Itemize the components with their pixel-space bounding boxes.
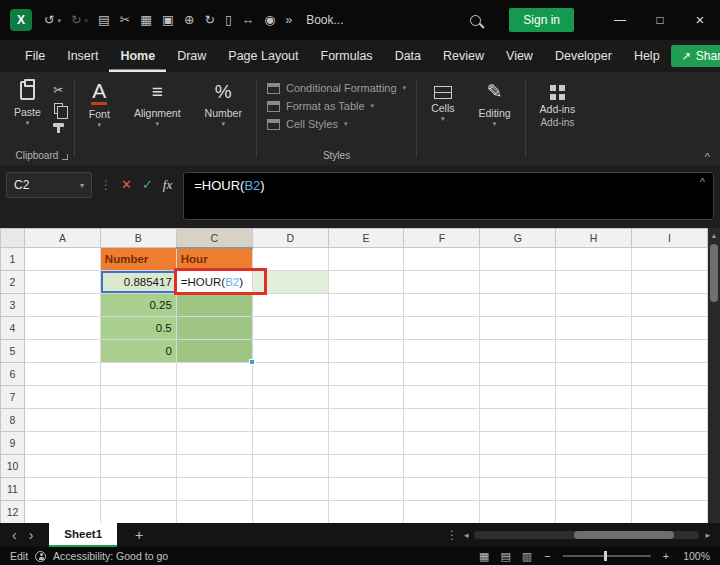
cell-h9[interactable] xyxy=(556,432,632,455)
copy-icon[interactable] xyxy=(54,103,63,114)
row-header-1[interactable]: 1 xyxy=(1,248,25,271)
row-header-9[interactable]: 9 xyxy=(1,432,25,455)
cells-button[interactable]: Cells ▾ xyxy=(419,72,466,123)
cell-a8[interactable] xyxy=(24,409,100,432)
cell-c10[interactable] xyxy=(176,455,252,478)
cell-e7[interactable] xyxy=(328,386,404,409)
cell-e11[interactable] xyxy=(328,478,404,501)
cell-f1[interactable] xyxy=(404,248,480,271)
cell-d9[interactable] xyxy=(252,432,328,455)
formula-input[interactable]: =HOUR(B2) ^ xyxy=(183,172,714,220)
cancel-icon[interactable]: ✕ xyxy=(121,172,132,198)
cell-a7[interactable] xyxy=(24,386,100,409)
cell-b6[interactable] xyxy=(100,363,176,386)
cell-c3[interactable] xyxy=(176,294,252,317)
tab-page-layout[interactable]: Page Layout xyxy=(217,40,309,72)
collapse-ribbon-icon[interactable]: ^ xyxy=(705,151,710,163)
cell-e3[interactable] xyxy=(328,294,404,317)
column-header-d[interactable]: D xyxy=(252,229,328,248)
sheet-nav-right-icon[interactable]: › xyxy=(29,523,34,547)
cell-a12[interactable] xyxy=(24,501,100,524)
tab-review[interactable]: Review xyxy=(432,40,495,72)
tab-home[interactable]: Home xyxy=(109,40,166,72)
repeat-icon[interactable]: ↻ xyxy=(204,14,214,27)
document-icon[interactable]: ▯ xyxy=(225,14,232,27)
tab-file[interactable]: File xyxy=(14,40,56,72)
cell-g4[interactable] xyxy=(480,317,556,340)
conditional-formatting-button[interactable]: Conditional Formatting ▾ xyxy=(267,82,406,94)
cell-g7[interactable] xyxy=(480,386,556,409)
document-title[interactable]: Book... xyxy=(306,13,343,27)
row-header-12[interactable]: 12 xyxy=(1,501,25,524)
cell-i6[interactable] xyxy=(632,363,708,386)
row-header-10[interactable]: 10 xyxy=(1,455,25,478)
cell-g5[interactable] xyxy=(480,340,556,363)
cell-h6[interactable] xyxy=(556,363,632,386)
insert-function-icon[interactable]: fx xyxy=(163,172,172,198)
cell-i7[interactable] xyxy=(632,386,708,409)
cell-i5[interactable] xyxy=(632,340,708,363)
column-header-c[interactable]: C xyxy=(176,229,252,248)
cell-h3[interactable] xyxy=(556,294,632,317)
row-header-11[interactable]: 11 xyxy=(1,478,25,501)
cell-i3[interactable] xyxy=(632,294,708,317)
cell-e8[interactable] xyxy=(328,409,404,432)
cell-c11[interactable] xyxy=(176,478,252,501)
book-view-icon[interactable]: ▤ xyxy=(98,14,110,27)
cell-g6[interactable] xyxy=(480,363,556,386)
sheet-options-icon[interactable]: ⋮ xyxy=(446,528,458,542)
cell-b5[interactable]: 0 xyxy=(100,340,176,363)
cell-i9[interactable] xyxy=(632,432,708,455)
cell-e2[interactable] xyxy=(328,271,404,294)
cell-h8[interactable] xyxy=(556,409,632,432)
cell-a11[interactable] xyxy=(24,478,100,501)
fit-width-icon[interactable]: ↔ xyxy=(242,14,255,27)
enter-icon[interactable]: ✓ xyxy=(142,172,153,198)
cell-h4[interactable] xyxy=(556,317,632,340)
cell-d6[interactable] xyxy=(252,363,328,386)
cell-b8[interactable] xyxy=(100,409,176,432)
cell-g9[interactable] xyxy=(480,432,556,455)
formula-bar-menu-icon[interactable]: ⋮ xyxy=(100,172,112,198)
cell-c6[interactable] xyxy=(176,363,252,386)
redo-dropdown-icon[interactable]: ▾ xyxy=(84,17,88,24)
cell-d3[interactable] xyxy=(252,294,328,317)
cell-d12[interactable] xyxy=(252,501,328,524)
cell-f11[interactable] xyxy=(404,478,480,501)
column-header-f[interactable]: F xyxy=(404,229,480,248)
tab-developer[interactable]: Developer xyxy=(544,40,623,72)
cell-f8[interactable] xyxy=(404,409,480,432)
cell-g10[interactable] xyxy=(480,455,556,478)
column-header-e[interactable]: E xyxy=(328,229,404,248)
cell-h12[interactable] xyxy=(556,501,632,524)
cell-f10[interactable] xyxy=(404,455,480,478)
cell-a2[interactable] xyxy=(24,271,100,294)
cell-e10[interactable] xyxy=(328,455,404,478)
cell-d11[interactable] xyxy=(252,478,328,501)
cell-i12[interactable] xyxy=(632,501,708,524)
cell-g12[interactable] xyxy=(480,501,556,524)
zoom-slider[interactable] xyxy=(563,555,651,557)
page-layout-view-icon[interactable]: ▤ xyxy=(500,550,510,563)
close-button[interactable]: × xyxy=(680,0,720,40)
cell-e9[interactable] xyxy=(328,432,404,455)
cell-a10[interactable] xyxy=(24,455,100,478)
normal-view-icon[interactable]: ▦ xyxy=(479,550,489,563)
cell-i10[interactable] xyxy=(632,455,708,478)
draw-icon[interactable]: ⊕ xyxy=(184,14,194,27)
zoom-in-button[interactable]: + xyxy=(663,550,669,562)
redo-icon[interactable]: ↻ xyxy=(71,14,81,27)
cell-c5[interactable] xyxy=(176,340,252,363)
font-button[interactable]: A Font ▾ xyxy=(77,72,122,129)
cell-c12[interactable] xyxy=(176,501,252,524)
cell-b7[interactable] xyxy=(100,386,176,409)
cell-h2[interactable] xyxy=(556,271,632,294)
maximize-button[interactable]: □ xyxy=(640,0,680,40)
cut-icon[interactable]: ✂ xyxy=(120,14,130,27)
cell-a3[interactable] xyxy=(24,294,100,317)
cell-c4[interactable] xyxy=(176,317,252,340)
cell-f2[interactable] xyxy=(404,271,480,294)
cell-e5[interactable] xyxy=(328,340,404,363)
cell-c9[interactable] xyxy=(176,432,252,455)
cell-h5[interactable] xyxy=(556,340,632,363)
